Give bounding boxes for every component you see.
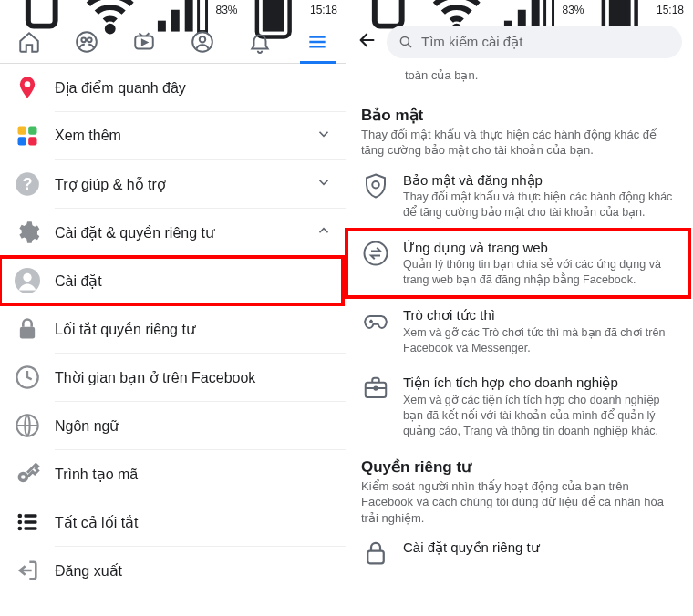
setting-row-desc: Xem và gỡ các tiện ích tích hợp cho doan… bbox=[403, 393, 678, 439]
lock2-icon bbox=[361, 539, 390, 568]
setting-row-title: Ứng dụng và trang web bbox=[403, 239, 678, 257]
tab-home[interactable] bbox=[0, 20, 57, 63]
svg-point-44 bbox=[400, 36, 409, 45]
setting-row-gamepad[interactable]: Trò chơi tức thìXem và gỡ các Trò chơi t… bbox=[346, 297, 693, 364]
menu-item-logout[interactable]: Đăng xuất bbox=[0, 547, 346, 594]
chevron-up-icon bbox=[315, 222, 332, 242]
svg-rect-49 bbox=[367, 551, 384, 564]
setting-row-desc: Quản lý thông tin bạn chia sẻ với các ứn… bbox=[403, 257, 678, 288]
svg-rect-34 bbox=[25, 527, 37, 530]
menu-item-label: Ngôn ngữ bbox=[55, 417, 332, 435]
clock-time: 15:18 bbox=[657, 4, 684, 16]
tab-menu[interactable] bbox=[289, 20, 346, 63]
menu-item-lock[interactable]: Lối tắt quyền riêng tư bbox=[0, 305, 346, 353]
swap-icon bbox=[361, 239, 390, 268]
section-header: Bảo mậtThay đổi mật khẩu và thực hiện cá… bbox=[346, 97, 693, 162]
menu-item-help[interactable]: ?Trợ giúp & hỗ trợ bbox=[0, 160, 346, 208]
svg-point-15 bbox=[25, 81, 31, 87]
back-button[interactable] bbox=[357, 30, 378, 54]
menu-item-label: Đăng xuất bbox=[55, 562, 332, 580]
svg-rect-19 bbox=[28, 137, 36, 145]
menu-list: Địa điểm quanh đâyXem thêm?Trợ giúp & hỗ… bbox=[0, 64, 346, 616]
menu-item-label: Trình tạo mã bbox=[55, 466, 332, 483]
tab-watch[interactable] bbox=[116, 20, 173, 63]
right-pane: 83% 15:18 Tìm kiếm cài đặt toàn của bạn.… bbox=[346, 0, 693, 616]
svg-rect-18 bbox=[18, 137, 26, 145]
svg-rect-17 bbox=[28, 127, 36, 135]
menu-item-label: Xem thêm bbox=[55, 128, 301, 144]
menu-item-label: Địa điểm quanh đây bbox=[55, 79, 332, 97]
menu-item-label: Tất cả lối tắt bbox=[55, 514, 332, 531]
svg-rect-16 bbox=[18, 127, 26, 135]
svg-rect-32 bbox=[25, 520, 37, 524]
shield-icon bbox=[361, 171, 390, 200]
svg-point-46 bbox=[365, 241, 388, 264]
search-input[interactable]: Tìm kiếm cài đặt bbox=[387, 26, 682, 58]
setting-row-shield[interactable]: Bảo mật và đăng nhậpThay đổi mật khẩu và… bbox=[346, 162, 693, 230]
gear-icon bbox=[15, 220, 40, 245]
svg-point-9 bbox=[77, 32, 97, 52]
menu-item-label: Cài đặt bbox=[55, 272, 332, 290]
tab-groups[interactable] bbox=[57, 20, 115, 63]
section-header: Quyền riêng tưKiểm soát người nhìn thấy … bbox=[346, 448, 693, 530]
menu-item-globe[interactable]: Ngôn ngữ bbox=[0, 402, 346, 449]
menu-item-apps[interactable]: Xem thêm bbox=[0, 112, 346, 159]
svg-point-31 bbox=[18, 520, 23, 525]
setting-row-title: Trò chơi tức thì bbox=[403, 306, 678, 324]
svg-point-28 bbox=[21, 475, 26, 479]
search-row: Tìm kiếm cài đặt bbox=[346, 20, 693, 64]
section-desc: Thay đổi mật khẩu và thực hiện các hành … bbox=[361, 127, 678, 159]
setting-row-title: Bảo mật và đăng nhập bbox=[403, 171, 678, 190]
search-icon bbox=[398, 34, 414, 50]
svg-rect-30 bbox=[25, 514, 37, 518]
svg-point-10 bbox=[81, 37, 86, 42]
svg-point-29 bbox=[18, 514, 23, 518]
key-icon bbox=[15, 461, 40, 487]
menu-item-label: Trợ giúp & hỗ trợ bbox=[55, 176, 301, 193]
menu-item-pin[interactable]: Địa điểm quanh đây bbox=[0, 64, 346, 111]
search-placeholder: Tìm kiếm cài đặt bbox=[421, 34, 522, 50]
battery-pct: 83% bbox=[215, 4, 237, 16]
logout-icon bbox=[15, 558, 40, 583]
list-icon bbox=[15, 509, 40, 535]
setting-row-desc: Thay đổi mật khẩu và thực hiện các hành … bbox=[403, 190, 678, 221]
setting-row-desc: Xem và gỡ các Trò chơi tức thì mà bạn đã… bbox=[403, 325, 678, 356]
menu-item-gear[interactable]: Cài đặt & quyền riêng tư bbox=[0, 209, 346, 256]
partial-desc-tail: toàn của bạn. bbox=[346, 64, 693, 97]
menu-item-avatar[interactable]: Cài đặt bbox=[0, 257, 346, 304]
menu-item-label: Lối tắt quyền riêng tư bbox=[55, 321, 332, 338]
status-bar: 83% 15:18 bbox=[0, 0, 346, 20]
section-desc: Kiểm soát người nhìn thấy hoạt động của … bbox=[361, 478, 678, 527]
svg-point-14 bbox=[199, 36, 205, 43]
setting-row-title: Tiện ích tích hợp cho doanh nghiệp bbox=[403, 374, 678, 392]
svg-rect-24 bbox=[20, 327, 35, 339]
svg-point-11 bbox=[88, 37, 92, 42]
section-title: Quyền riêng tư bbox=[361, 457, 678, 477]
help-icon: ? bbox=[15, 171, 40, 197]
menu-item-key[interactable]: Trình tạo mã bbox=[0, 450, 346, 498]
globe-icon bbox=[15, 413, 40, 438]
setting-row-lock2[interactable]: Cài đặt quyền riêng tư bbox=[346, 529, 693, 577]
settings-content: toàn của bạn. Bảo mậtThay đổi mật khẩu v… bbox=[346, 64, 693, 616]
left-pane: 83% 15:18 Địa điểm quanh đâyXem thêm?Trợ… bbox=[0, 0, 346, 616]
gamepad-icon bbox=[361, 306, 390, 335]
setting-row-swap[interactable]: Ứng dụng và trang webQuản lý thông tin b… bbox=[346, 230, 693, 297]
svg-text:?: ? bbox=[23, 175, 33, 193]
tab-profile[interactable] bbox=[173, 20, 231, 63]
briefcase-icon bbox=[361, 374, 390, 403]
clock-time: 15:18 bbox=[310, 4, 337, 16]
menu-item-clock[interactable]: Thời gian bạn ở trên Facebook bbox=[0, 354, 346, 401]
tab-notifications[interactable] bbox=[231, 20, 288, 63]
setting-row-title: Cài đặt quyền riêng tư bbox=[403, 539, 678, 557]
tab-bar bbox=[0, 20, 346, 64]
svg-point-33 bbox=[18, 527, 23, 531]
menu-item-list[interactable]: Tất cả lối tắt bbox=[0, 498, 346, 546]
lock-icon bbox=[15, 316, 40, 342]
chevron-down-icon bbox=[315, 126, 332, 146]
battery-pct: 83% bbox=[562, 4, 584, 16]
svg-point-48 bbox=[374, 387, 377, 390]
svg-point-23 bbox=[23, 273, 31, 282]
menu-item-label: Thời gian bạn ở trên Facebook bbox=[55, 369, 332, 386]
setting-row-briefcase[interactable]: Tiện ích tích hợp cho doanh nghiệpXem và… bbox=[346, 364, 693, 447]
svg-point-45 bbox=[372, 181, 379, 189]
